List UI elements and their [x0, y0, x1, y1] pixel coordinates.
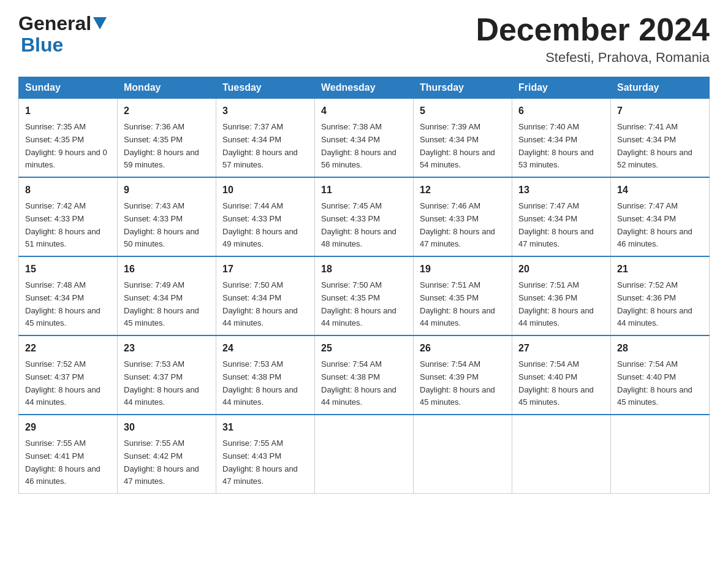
day-info: Sunrise: 7:54 AMSunset: 4:40 PMDaylight:…	[518, 358, 604, 409]
table-row: 14Sunrise: 7:47 AMSunset: 4:34 PMDayligh…	[611, 177, 710, 256]
day-number: 17	[222, 262, 308, 277]
day-number: 5	[420, 104, 506, 119]
table-row: 13Sunrise: 7:47 AMSunset: 4:34 PMDayligh…	[512, 177, 611, 256]
day-info: Sunrise: 7:51 AMSunset: 4:36 PMDaylight:…	[518, 279, 604, 330]
day-info: Sunrise: 7:45 AMSunset: 4:33 PMDaylight:…	[321, 200, 407, 251]
logo-general-text: General	[18, 12, 91, 35]
page-header: General Blue December 2024 Stefesti, Pra…	[18, 12, 710, 66]
calendar-week-row: 8Sunrise: 7:42 AMSunset: 4:33 PMDaylight…	[19, 177, 710, 256]
day-number: 31	[222, 420, 308, 435]
header-tuesday: Tuesday	[216, 77, 315, 99]
day-number: 18	[321, 262, 407, 277]
header-saturday: Saturday	[611, 77, 710, 99]
day-info: Sunrise: 7:55 AMSunset: 4:42 PMDaylight:…	[124, 437, 210, 488]
table-row: 1Sunrise: 7:35 AMSunset: 4:35 PMDaylight…	[19, 99, 118, 177]
table-row	[611, 415, 710, 493]
svg-marker-0	[93, 17, 107, 29]
location-subtitle: Stefesti, Prahova, Romania	[476, 50, 710, 66]
title-block: December 2024 Stefesti, Prahova, Romania	[476, 12, 710, 66]
header-wednesday: Wednesday	[315, 77, 414, 99]
table-row: 6Sunrise: 7:40 AMSunset: 4:34 PMDaylight…	[512, 99, 611, 177]
calendar-week-row: 22Sunrise: 7:52 AMSunset: 4:37 PMDayligh…	[19, 335, 710, 415]
day-info: Sunrise: 7:54 AMSunset: 4:40 PMDaylight:…	[617, 358, 703, 409]
day-number: 14	[617, 183, 703, 198]
day-number: 11	[321, 183, 407, 198]
day-number: 29	[25, 420, 111, 435]
day-info: Sunrise: 7:40 AMSunset: 4:34 PMDaylight:…	[518, 121, 604, 172]
table-row: 17Sunrise: 7:50 AMSunset: 4:34 PMDayligh…	[216, 256, 315, 335]
calendar-week-row: 15Sunrise: 7:48 AMSunset: 4:34 PMDayligh…	[19, 256, 710, 335]
table-row: 22Sunrise: 7:52 AMSunset: 4:37 PMDayligh…	[19, 335, 118, 415]
day-info: Sunrise: 7:55 AMSunset: 4:41 PMDaylight:…	[25, 437, 111, 488]
table-row: 12Sunrise: 7:46 AMSunset: 4:33 PMDayligh…	[414, 177, 512, 256]
day-info: Sunrise: 7:43 AMSunset: 4:33 PMDaylight:…	[124, 200, 210, 251]
table-row: 24Sunrise: 7:53 AMSunset: 4:38 PMDayligh…	[216, 335, 315, 415]
day-info: Sunrise: 7:37 AMSunset: 4:34 PMDaylight:…	[222, 121, 308, 172]
table-row: 27Sunrise: 7:54 AMSunset: 4:40 PMDayligh…	[512, 335, 611, 415]
day-info: Sunrise: 7:53 AMSunset: 4:37 PMDaylight:…	[124, 358, 210, 409]
day-info: Sunrise: 7:47 AMSunset: 4:34 PMDaylight:…	[617, 200, 703, 251]
table-row: 16Sunrise: 7:49 AMSunset: 4:34 PMDayligh…	[118, 256, 216, 335]
day-number: 27	[518, 341, 604, 356]
table-row: 10Sunrise: 7:44 AMSunset: 4:33 PMDayligh…	[216, 177, 315, 256]
day-info: Sunrise: 7:38 AMSunset: 4:34 PMDaylight:…	[321, 121, 407, 172]
day-number: 12	[420, 183, 506, 198]
day-info: Sunrise: 7:41 AMSunset: 4:34 PMDaylight:…	[617, 121, 703, 172]
calendar-week-row: 29Sunrise: 7:55 AMSunset: 4:41 PMDayligh…	[19, 415, 710, 493]
month-title: December 2024	[476, 12, 710, 47]
day-number: 25	[321, 341, 407, 356]
day-info: Sunrise: 7:49 AMSunset: 4:34 PMDaylight:…	[124, 279, 210, 330]
table-row: 4Sunrise: 7:38 AMSunset: 4:34 PMDaylight…	[315, 99, 414, 177]
table-row: 7Sunrise: 7:41 AMSunset: 4:34 PMDaylight…	[611, 99, 710, 177]
day-number: 26	[420, 341, 506, 356]
day-info: Sunrise: 7:42 AMSunset: 4:33 PMDaylight:…	[25, 200, 111, 251]
logo-bottom: Blue	[21, 34, 63, 56]
table-row: 30Sunrise: 7:55 AMSunset: 4:42 PMDayligh…	[118, 415, 216, 493]
day-number: 16	[124, 262, 210, 277]
day-number: 4	[321, 104, 407, 119]
day-info: Sunrise: 7:52 AMSunset: 4:37 PMDaylight:…	[25, 358, 111, 409]
logo-triangle-icon	[93, 17, 107, 29]
day-info: Sunrise: 7:53 AMSunset: 4:38 PMDaylight:…	[222, 358, 308, 409]
day-info: Sunrise: 7:54 AMSunset: 4:38 PMDaylight:…	[321, 358, 407, 409]
day-info: Sunrise: 7:55 AMSunset: 4:43 PMDaylight:…	[222, 437, 308, 488]
day-info: Sunrise: 7:44 AMSunset: 4:33 PMDaylight:…	[222, 200, 308, 251]
table-row: 2Sunrise: 7:36 AMSunset: 4:35 PMDaylight…	[118, 99, 216, 177]
day-number: 2	[124, 104, 210, 119]
day-number: 22	[25, 341, 111, 356]
day-number: 19	[420, 262, 506, 277]
table-row: 26Sunrise: 7:54 AMSunset: 4:39 PMDayligh…	[414, 335, 512, 415]
header-thursday: Thursday	[414, 77, 512, 99]
day-number: 30	[124, 420, 210, 435]
table-row: 21Sunrise: 7:52 AMSunset: 4:36 PMDayligh…	[611, 256, 710, 335]
table-row: 5Sunrise: 7:39 AMSunset: 4:34 PMDaylight…	[414, 99, 512, 177]
day-number: 8	[25, 183, 111, 198]
day-info: Sunrise: 7:54 AMSunset: 4:39 PMDaylight:…	[420, 358, 506, 409]
day-info: Sunrise: 7:46 AMSunset: 4:33 PMDaylight:…	[420, 200, 506, 251]
table-row: 9Sunrise: 7:43 AMSunset: 4:33 PMDaylight…	[118, 177, 216, 256]
table-row: 18Sunrise: 7:50 AMSunset: 4:35 PMDayligh…	[315, 256, 414, 335]
table-row: 28Sunrise: 7:54 AMSunset: 4:40 PMDayligh…	[611, 335, 710, 415]
day-info: Sunrise: 7:39 AMSunset: 4:34 PMDaylight:…	[420, 121, 506, 172]
day-info: Sunrise: 7:50 AMSunset: 4:34 PMDaylight:…	[222, 279, 308, 330]
day-info: Sunrise: 7:47 AMSunset: 4:34 PMDaylight:…	[518, 200, 604, 251]
logo-top: General	[18, 12, 107, 35]
header-sunday: Sunday	[19, 77, 118, 99]
day-number: 15	[25, 262, 111, 277]
logo: General Blue	[18, 12, 107, 56]
calendar-week-row: 1Sunrise: 7:35 AMSunset: 4:35 PMDaylight…	[19, 99, 710, 177]
day-number: 28	[617, 341, 703, 356]
day-info: Sunrise: 7:52 AMSunset: 4:36 PMDaylight:…	[617, 279, 703, 330]
calendar-table: Sunday Monday Tuesday Wednesday Thursday…	[18, 77, 710, 494]
logo-blue-text: Blue	[21, 34, 63, 56]
day-number: 24	[222, 341, 308, 356]
table-row: 11Sunrise: 7:45 AMSunset: 4:33 PMDayligh…	[315, 177, 414, 256]
table-row	[315, 415, 414, 493]
header-monday: Monday	[118, 77, 216, 99]
table-row	[414, 415, 512, 493]
header-friday: Friday	[512, 77, 611, 99]
day-info: Sunrise: 7:36 AMSunset: 4:35 PMDaylight:…	[124, 121, 210, 172]
day-number: 21	[617, 262, 703, 277]
day-info: Sunrise: 7:50 AMSunset: 4:35 PMDaylight:…	[321, 279, 407, 330]
day-number: 3	[222, 104, 308, 119]
